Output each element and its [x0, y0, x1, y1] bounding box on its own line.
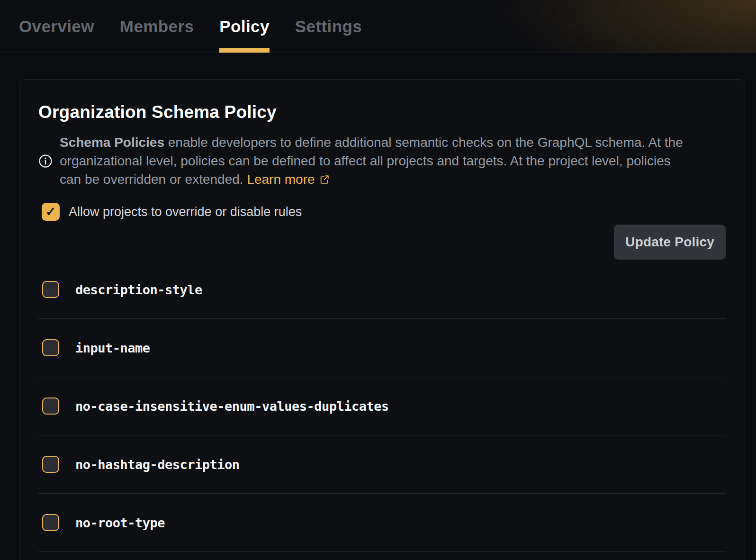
- update-policy-button[interactable]: Update Policy: [614, 225, 726, 260]
- rule-row-no-hashtag-description: no-hashtag-description: [38, 435, 726, 494]
- rule-name: no-case-insensitive-enum-values-duplicat…: [75, 399, 389, 414]
- tab-members[interactable]: Members: [120, 0, 194, 53]
- button-row: Update Policy: [38, 225, 726, 260]
- rule-row-no-root-type: no-root-type: [38, 494, 726, 552]
- check-icon: ✓: [45, 206, 56, 218]
- rule-row-description-style: description-style: [38, 261, 726, 319]
- rule-name: input-name: [75, 341, 150, 355]
- page-title: Organization Schema Policy: [38, 102, 726, 123]
- allow-override-label: Allow projects to override or disable ru…: [69, 205, 302, 219]
- allow-override-checkbox[interactable]: ✓ Allow projects to override or disable …: [38, 203, 302, 221]
- rule-name: no-root-type: [75, 515, 165, 530]
- rule-checkbox[interactable]: [42, 339, 59, 356]
- info-text: Schema Policies enable developers to def…: [60, 133, 683, 189]
- rule-checkbox[interactable]: [42, 514, 59, 531]
- rule-row-no-case-insensitive-enum-values-duplicates: no-case-insensitive-enum-values-duplicat…: [38, 377, 726, 435]
- tab-overview[interactable]: Overview: [19, 0, 94, 53]
- tab-bar: Overview Members Policy Settings: [0, 0, 756, 53]
- info-line-1: Schema Policies enable developers to def…: [60, 133, 683, 152]
- info-banner: Schema Policies enable developers to def…: [38, 133, 726, 189]
- rule-row-input-name: input-name: [38, 319, 726, 377]
- info-line-3: can be overridden or extended. Learn mor…: [60, 170, 683, 189]
- learn-more-link[interactable]: Learn more: [247, 172, 315, 187]
- info-lead: Schema Policies: [60, 135, 164, 150]
- tab-policy[interactable]: Policy: [219, 0, 270, 53]
- policy-card: Organization Schema Policy Schema Polici…: [19, 79, 745, 560]
- info-line-2: organizational level, policies can be de…: [60, 152, 683, 170]
- tab-nav: Overview Members Policy Settings: [0, 0, 381, 53]
- rule-checkbox[interactable]: [42, 456, 59, 473]
- rule-name: description-style: [75, 282, 202, 297]
- rule-checkbox[interactable]: [42, 397, 59, 415]
- checkbox-checked[interactable]: ✓: [42, 203, 60, 221]
- tab-settings[interactable]: Settings: [295, 0, 362, 53]
- external-link-icon: [319, 174, 330, 185]
- rule-name: no-hashtag-description: [75, 457, 240, 472]
- info-icon: [38, 154, 53, 168]
- main-content: Organization Schema Policy Schema Polici…: [0, 53, 756, 560]
- rules-list: description-style input-name no-case-ins…: [38, 261, 726, 552]
- rule-checkbox[interactable]: [42, 281, 59, 298]
